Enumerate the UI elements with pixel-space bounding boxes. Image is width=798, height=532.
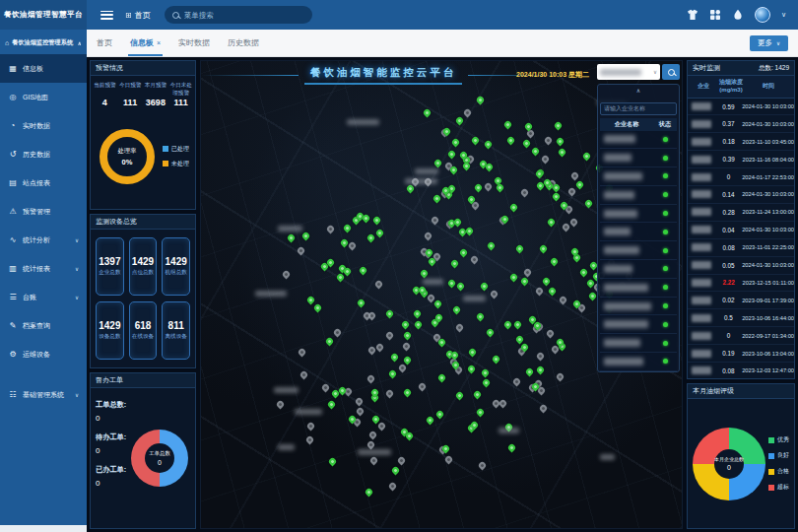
- sidebar-item[interactable]: ◎GIS地图: [0, 83, 87, 111]
- close-tab-icon[interactable]: ×: [157, 39, 161, 46]
- map-pin[interactable]: [536, 366, 546, 375]
- realtime-row[interactable]: 0.392023-11-16 08:04:00: [688, 151, 794, 168]
- map-pin[interactable]: [390, 353, 400, 363]
- map-pin[interactable]: [468, 348, 478, 358]
- map-pin[interactable]: [385, 331, 395, 341]
- map-pin[interactable]: [336, 273, 346, 283]
- map-pin[interactable]: [455, 323, 465, 333]
- map-pin[interactable]: [298, 348, 307, 358]
- sidebar-section-header[interactable]: ⌂ 餐饮油烟监控管理系统 ∧: [0, 30, 87, 54]
- menu-search-input[interactable]: [184, 11, 293, 20]
- more-button[interactable]: 更多 ∨: [750, 35, 788, 51]
- enterprise-row[interactable]: [600, 167, 677, 186]
- map-pin[interactable]: [480, 282, 490, 292]
- map-pin[interactable]: [374, 280, 384, 290]
- map-pin[interactable]: [433, 159, 443, 168]
- map-pin[interactable]: [525, 367, 535, 377]
- tab-4[interactable]: 历史数据: [228, 30, 259, 56]
- realtime-row[interactable]: 0.192023-10-06 13:04:00: [688, 345, 794, 363]
- map-pin[interactable]: [456, 282, 466, 292]
- map-pin[interactable]: [388, 482, 398, 492]
- realtime-row[interactable]: 02022-09-17 01:34:00: [688, 327, 794, 345]
- device-stat-card[interactable]: 618在线设备: [129, 301, 158, 360]
- realtime-row[interactable]: 0.022023-09-01 17:39:00: [688, 292, 794, 309]
- map-pin[interactable]: [426, 416, 435, 426]
- map-pin[interactable]: [325, 337, 335, 347]
- enterprise-row[interactable]: [600, 186, 677, 205]
- map-pin[interactable]: [306, 422, 316, 432]
- map-pin[interactable]: [444, 455, 454, 465]
- sidebar-item[interactable]: ⚠预警管理: [0, 197, 87, 226]
- map-pin[interactable]: [569, 218, 579, 228]
- tab-2[interactable]: 信息板×: [130, 30, 161, 56]
- sidebar-item[interactable]: ▤站点报表: [0, 168, 87, 197]
- map-pin[interactable]: [369, 456, 379, 466]
- map-pin[interactable]: [359, 266, 368, 276]
- map-pin[interactable]: [482, 378, 492, 388]
- map-pin[interactable]: [450, 259, 460, 269]
- map-pin[interactable]: [423, 108, 432, 118]
- map-pin[interactable]: [432, 194, 442, 204]
- breadcrumb[interactable]: ⊞ 首页: [125, 10, 151, 21]
- map-pin[interactable]: [418, 382, 428, 392]
- map[interactable]: 餐饮油烟智能监控云平台 2024/1/30 10:03 星期二 ∨ ∧: [200, 60, 683, 529]
- map-pin[interactable]: [463, 108, 473, 118]
- map-pin[interactable]: [276, 400, 286, 410]
- map-pin[interactable]: [531, 147, 541, 157]
- map-pin[interactable]: [437, 373, 447, 383]
- map-pin[interactable]: [539, 404, 549, 414]
- map-pin[interactable]: [541, 155, 551, 165]
- enterprise-row[interactable]: [600, 241, 677, 260]
- flame-icon[interactable]: [732, 9, 744, 21]
- map-pin[interactable]: [486, 328, 496, 338]
- map-pin[interactable]: [313, 303, 323, 313]
- sidebar-item[interactable]: ☰台账∨: [0, 283, 87, 311]
- map-pin[interactable]: [305, 435, 315, 445]
- map-pin[interactable]: [366, 440, 376, 450]
- enterprise-row[interactable]: [600, 279, 677, 298]
- map-pin[interactable]: [536, 352, 546, 362]
- sidebar-item[interactable]: ▥统计报表∨: [0, 254, 87, 283]
- map-pin[interactable]: [503, 120, 513, 130]
- realtime-row[interactable]: 0.082023-12-03 12:47:00: [688, 363, 794, 378]
- sidebar-item[interactable]: ✎档案查询: [0, 311, 87, 340]
- map-pin[interactable]: [582, 152, 592, 162]
- map-pin[interactable]: [567, 187, 577, 197]
- sidebar-item[interactable]: ∿统计分析∨: [0, 226, 87, 254]
- map-pin[interactable]: [343, 224, 353, 233]
- map-pin[interactable]: [403, 388, 413, 398]
- map-pin[interactable]: [542, 277, 552, 287]
- map-pin[interactable]: [471, 136, 481, 146]
- map-pin[interactable]: [405, 432, 415, 441]
- map-pin[interactable]: [476, 96, 486, 105]
- map-pin[interactable]: [362, 214, 371, 224]
- map-pin[interactable]: [420, 269, 430, 279]
- map-pin[interactable]: [447, 150, 457, 160]
- map-pin[interactable]: [435, 410, 445, 420]
- map-pin[interactable]: [366, 374, 376, 384]
- map-pin[interactable]: [506, 136, 516, 146]
- search-button[interactable]: [662, 64, 680, 80]
- map-pin[interactable]: [535, 287, 545, 297]
- map-pin[interactable]: [391, 466, 401, 476]
- map-pin[interactable]: [355, 397, 365, 407]
- map-pin[interactable]: [496, 183, 505, 193]
- map-pin[interactable]: [449, 166, 459, 175]
- apps-layout-icon[interactable]: [709, 9, 721, 21]
- map-pin[interactable]: [490, 290, 499, 299]
- device-stat-card[interactable]: 811离线设备: [162, 301, 190, 360]
- map-pin[interactable]: [539, 244, 549, 254]
- sidebar-item[interactable]: ☷基础管理系统∨: [0, 380, 87, 409]
- map-pin[interactable]: [365, 488, 374, 498]
- map-pin[interactable]: [558, 148, 567, 158]
- realtime-row[interactable]: 0.52023-10-06 16:44:00: [688, 309, 794, 327]
- enterprise-row[interactable]: [600, 205, 677, 224]
- map-pin[interactable]: [465, 227, 475, 236]
- realtime-row[interactable]: 0.282023-11-24 13:00:00: [688, 204, 794, 222]
- map-pin[interactable]: [333, 328, 343, 338]
- map-pin[interactable]: [328, 457, 338, 467]
- realtime-row[interactable]: 0.182023-11-10 03:45:00: [688, 133, 794, 151]
- map-pin[interactable]: [481, 368, 491, 378]
- map-pin[interactable]: [522, 139, 532, 149]
- map-pin[interactable]: [520, 277, 530, 287]
